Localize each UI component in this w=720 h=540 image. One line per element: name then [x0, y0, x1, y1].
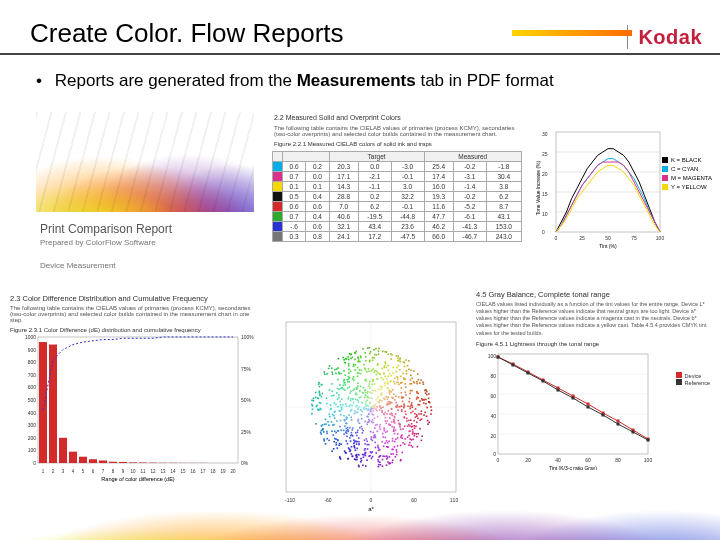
svg-rect-226 — [402, 428, 404, 430]
svg-rect-717 — [350, 416, 352, 418]
svg-rect-0 — [556, 132, 660, 232]
svg-rect-734 — [344, 382, 346, 384]
svg-rect-942 — [354, 359, 356, 361]
svg-rect-359 — [392, 389, 394, 391]
svg-text:0: 0 — [370, 497, 373, 503]
svg-rect-697 — [356, 394, 358, 396]
svg-rect-327 — [338, 372, 340, 374]
swatch — [273, 182, 283, 192]
svg-rect-877 — [333, 402, 335, 404]
legend-cyan: C = CYAN — [662, 165, 712, 174]
svg-rect-370 — [396, 355, 398, 357]
hist-bar — [59, 438, 67, 463]
svg-rect-784 — [324, 424, 326, 426]
svg-rect-350 — [392, 459, 394, 461]
svg-text:16: 16 — [190, 469, 196, 474]
svg-rect-532 — [382, 378, 384, 380]
svg-rect-682 — [408, 431, 410, 433]
th-measured: Measured — [424, 152, 521, 162]
svg-rect-105 — [410, 419, 412, 421]
svg-rect-632 — [358, 454, 360, 456]
svg-rect-934 — [400, 406, 402, 408]
swatch — [273, 202, 283, 212]
svg-rect-891 — [355, 449, 357, 451]
cell: 17.2 — [358, 232, 391, 242]
svg-rect-580 — [425, 392, 427, 394]
svg-rect-860 — [343, 359, 345, 361]
svg-rect-426 — [412, 433, 414, 435]
svg-rect-901 — [321, 384, 323, 386]
svg-rect-200 — [376, 406, 378, 408]
svg-rect-209 — [340, 443, 342, 445]
svg-rect-126 — [428, 398, 430, 400]
svg-rect-287 — [346, 416, 348, 418]
svg-rect-645 — [374, 406, 376, 408]
svg-rect-838 — [382, 465, 384, 467]
svg-rect-702 — [387, 383, 389, 385]
svg-rect-85 — [395, 429, 397, 431]
svg-rect-770 — [413, 370, 415, 372]
svg-text:80: 80 — [615, 457, 621, 463]
svg-rect-138 — [365, 403, 367, 405]
svg-rect-919 — [361, 402, 363, 404]
svg-rect-400 — [416, 421, 418, 423]
svg-rect-541 — [406, 373, 408, 375]
svg-rect-938 — [343, 433, 345, 435]
svg-rect-524 — [426, 415, 428, 417]
svg-rect-308 — [397, 409, 399, 411]
svg-rect-841 — [373, 435, 375, 437]
svg-rect-411 — [412, 406, 414, 408]
svg-rect-878 — [401, 452, 403, 454]
svg-rect-599 — [372, 422, 374, 424]
cell: -.6 — [283, 222, 306, 232]
svg-rect-949 — [371, 397, 373, 399]
svg-rect-74 — [363, 387, 365, 389]
svg-rect-804 — [384, 351, 386, 353]
lightness-panel: 4.5 Gray Balance, Complete tonal range C… — [476, 290, 712, 480]
svg-rect-921 — [320, 432, 322, 434]
svg-rect-107 — [385, 423, 387, 425]
svg-rect-96 — [408, 444, 410, 446]
cell: 0.1 — [283, 182, 306, 192]
svg-rect-674 — [430, 406, 432, 408]
svg-rect-889 — [365, 380, 367, 382]
svg-text:25%: 25% — [241, 429, 252, 435]
svg-rect-858 — [431, 410, 433, 412]
svg-rect-322 — [383, 373, 385, 375]
svg-rect-388 — [392, 372, 394, 374]
svg-rect-228 — [402, 442, 404, 444]
svg-rect-813 — [401, 434, 403, 436]
svg-rect-507 — [354, 369, 356, 371]
svg-rect-604 — [364, 449, 366, 451]
cell: 17.4 — [424, 172, 453, 182]
svg-rect-588 — [375, 403, 377, 405]
svg-rect-101 — [387, 376, 389, 378]
svg-text:15: 15 — [542, 191, 548, 197]
svg-rect-690 — [380, 386, 382, 388]
svg-rect-819 — [396, 454, 398, 456]
svg-rect-229 — [426, 391, 428, 393]
svg-rect-516 — [391, 426, 393, 428]
svg-rect-256 — [334, 417, 336, 419]
svg-rect-414 — [370, 411, 372, 413]
svg-rect-746 — [339, 457, 341, 459]
svg-text:10: 10 — [542, 211, 548, 217]
svg-rect-659 — [352, 455, 354, 457]
svg-rect-802 — [313, 400, 315, 402]
svg-rect-836 — [368, 419, 370, 421]
svg-rect-874 — [321, 396, 323, 398]
hist-desc: The following table contains the CIELAB … — [10, 305, 262, 323]
svg-rect-188 — [386, 431, 388, 433]
lightness-chart: 1008060 40200 02040 6080100 Tint (K/3-c … — [476, 350, 676, 470]
svg-rect-649 — [381, 368, 383, 370]
cell: -44.8 — [391, 212, 424, 222]
svg-rect-367 — [405, 413, 407, 415]
svg-rect-754 — [350, 390, 352, 392]
svg-rect-764 — [327, 421, 329, 423]
svg-rect-341 — [361, 414, 363, 416]
svg-rect-475 — [382, 433, 384, 435]
svg-rect-597 — [388, 403, 390, 405]
svg-rect-355 — [379, 374, 381, 376]
svg-rect-902 — [357, 400, 359, 402]
svg-rect-258 — [335, 373, 337, 375]
